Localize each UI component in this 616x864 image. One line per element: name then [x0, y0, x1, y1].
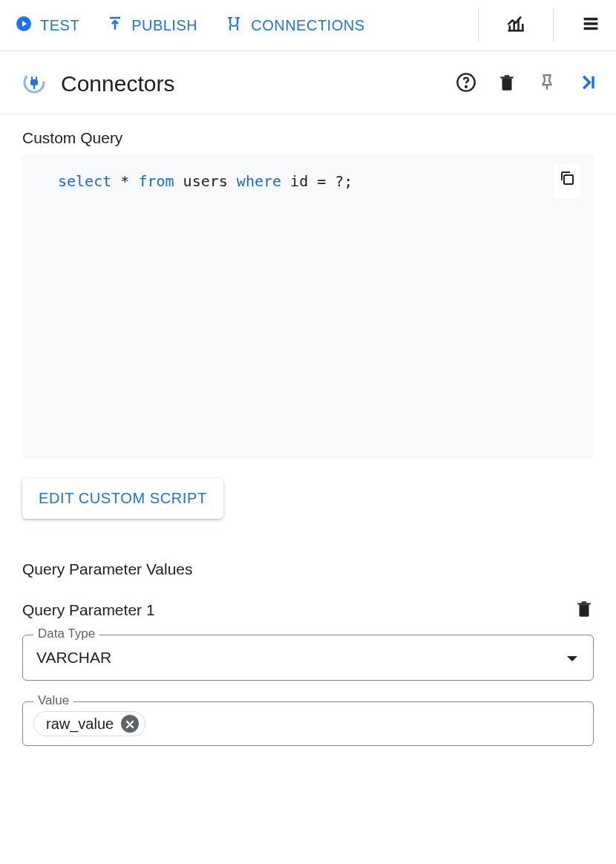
- divider: [553, 9, 554, 42]
- top-toolbar: TEST PUBLISH CONNECTIONS: [0, 0, 616, 51]
- pin-icon: [537, 73, 557, 95]
- publish-button[interactable]: PUBLISH: [106, 15, 197, 36]
- svg-rect-12: [564, 175, 573, 184]
- menu-button[interactable]: [580, 13, 601, 37]
- value-chip[interactable]: raw_value: [33, 711, 145, 736]
- kw-where: where: [237, 172, 281, 190]
- divider: [478, 9, 479, 42]
- pin-button[interactable]: [534, 70, 560, 98]
- query-text: select * from users where id = ?;: [40, 169, 576, 193]
- value-field[interactable]: raw_value: [23, 702, 593, 745]
- query-code-block: select * from users where id = ?;: [22, 154, 594, 459]
- data-type-legend: Data Type: [33, 626, 99, 641]
- close-icon: [125, 716, 134, 733]
- test-label: TEST: [40, 17, 79, 34]
- data-type-value: VARCHAR: [36, 649, 111, 667]
- param-header: Query Parameter 1: [22, 599, 594, 621]
- data-type-select[interactable]: VARCHAR: [23, 635, 593, 680]
- param-title: Query Parameter 1: [22, 601, 155, 619]
- panel-header: Connectors: [0, 51, 616, 114]
- chart-icon: [505, 13, 526, 37]
- logs-button[interactable]: [505, 13, 526, 37]
- delete-param-button[interactable]: [574, 599, 594, 621]
- publish-label: PUBLISH: [131, 17, 197, 34]
- connections-label: CONNECTIONS: [251, 17, 364, 34]
- copy-button[interactable]: [554, 165, 580, 198]
- kw-from: from: [138, 172, 174, 190]
- panel-content: Custom Query select * from users where i…: [0, 114, 616, 782]
- collapse-button[interactable]: [574, 69, 601, 99]
- trash-icon: [574, 608, 594, 621]
- chevron-collapse-icon: [577, 72, 598, 96]
- copy-icon: [558, 169, 576, 194]
- data-type-field[interactable]: Data Type VARCHAR: [22, 635, 594, 681]
- panel-title: Connectors: [61, 71, 438, 96]
- chevron-down-icon: [566, 649, 578, 667]
- svg-rect-4: [584, 22, 598, 25]
- test-button[interactable]: TEST: [15, 15, 79, 36]
- kw-select: select: [58, 172, 111, 190]
- edit-custom-script-button[interactable]: EDIT CUSTOM SCRIPT: [22, 478, 223, 519]
- svg-rect-5: [584, 27, 598, 30]
- menu-icon: [580, 13, 601, 37]
- trash-icon: [497, 73, 517, 95]
- connections-icon: [224, 15, 243, 36]
- play-icon: [15, 15, 33, 36]
- svg-rect-7: [30, 79, 38, 85]
- chip-remove-button[interactable]: [121, 715, 139, 733]
- svg-point-9: [465, 86, 467, 88]
- connector-icon: [22, 71, 46, 97]
- value-legend: Value: [33, 693, 73, 708]
- query-param-values-label: Query Parameter Values: [22, 560, 594, 578]
- value-field-wrap[interactable]: Value raw_value: [22, 701, 594, 746]
- connections-button[interactable]: CONNECTIONS: [224, 15, 364, 36]
- delete-button[interactable]: [494, 70, 520, 98]
- upload-icon: [106, 15, 124, 36]
- svg-rect-3: [584, 18, 598, 20]
- help-icon: [456, 72, 476, 96]
- custom-query-label: Custom Query: [22, 129, 594, 147]
- chip-text: raw_value: [46, 716, 114, 733]
- help-button[interactable]: [453, 69, 479, 99]
